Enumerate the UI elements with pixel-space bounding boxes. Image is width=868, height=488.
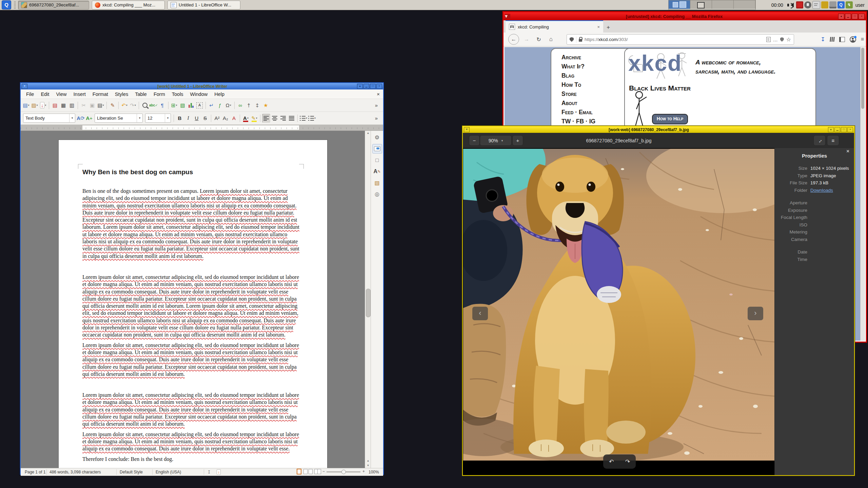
next-image-button[interactable]: › — [748, 307, 763, 320]
insert-footnote-button[interactable]: † — [245, 101, 253, 110]
insert-hyperlink-button[interactable]: ∞ — [236, 101, 244, 110]
reload-button[interactable]: ↻ — [535, 36, 543, 43]
minimize-button[interactable]: ▁ — [834, 127, 840, 132]
sidebar-properties-button[interactable] — [372, 144, 382, 154]
workspace-1[interactable] — [669, 0, 690, 9]
zoom-in-icon[interactable]: + — [362, 469, 365, 474]
menu-help[interactable]: Help — [211, 90, 228, 98]
toolbar-overflow-button[interactable]: » — [372, 114, 380, 123]
pocket-shield-icon[interactable] — [780, 37, 784, 42]
zoom-slider-knob[interactable] — [341, 470, 346, 474]
new-style-button[interactable]: A+ — [85, 114, 93, 123]
taskbar-window-writer[interactable]: Untitled 1 - LibreOffice W... — [167, 1, 240, 9]
numbered-list-button[interactable]: ▾ — [308, 114, 316, 123]
clipboard-icon[interactable] — [812, 1, 820, 9]
paragraph-style-combo[interactable]: Text Body▾ — [23, 114, 75, 123]
window-menu-icon[interactable]: ▾ — [505, 14, 510, 19]
close-button[interactable]: × — [859, 14, 865, 19]
sidebar-navigator-button[interactable]: ◎ — [373, 189, 382, 198]
vertical-scrollbar[interactable]: ▲ ▲ ▼ — [365, 131, 371, 468]
taskbar-window-firefox[interactable]: xkcd: Compiling ___ Moz... — [92, 1, 165, 9]
network-vm-icon[interactable] — [796, 1, 803, 8]
book-view-button[interactable] — [314, 469, 322, 475]
clear-formatting-button[interactable]: A — [230, 114, 238, 123]
menu-table[interactable]: Table — [132, 90, 150, 98]
zoom-level[interactable]: 100% — [369, 470, 379, 474]
document-page[interactable]: Why Ben is the best dog on campus Ben is… — [59, 140, 327, 468]
account-icon[interactable] — [850, 36, 856, 43]
insert-text-box-button[interactable]: A — [196, 101, 204, 110]
toolbar-overflow-button[interactable]: » — [372, 101, 380, 110]
insert-chart-button[interactable] — [187, 101, 195, 110]
bookmark-star-icon[interactable]: ☆ — [786, 36, 791, 43]
tracking-protection-shield-icon[interactable] — [570, 37, 574, 42]
xkcd-link-social[interactable]: TW · FB · IG — [561, 117, 633, 126]
scroll-up-icon[interactable]: ▲ — [365, 131, 371, 136]
single-page-view-button[interactable] — [297, 469, 302, 475]
paragraph-style-status[interactable]: Default Style — [120, 470, 143, 474]
insert-endnote-button[interactable]: ‡ — [253, 101, 261, 110]
superscript-button[interactable]: A² — [213, 114, 221, 123]
downloads-icon[interactable]: ↧ — [821, 36, 825, 43]
how-to-help-button[interactable]: How to Help — [652, 114, 688, 124]
xkcd-link-store[interactable]: Store — [561, 89, 633, 99]
align-center-button[interactable] — [271, 114, 279, 123]
justify-button[interactable] — [288, 114, 296, 123]
strikethrough-button[interactable]: S — [201, 114, 209, 123]
rotate-right-button[interactable]: ↷ — [625, 458, 630, 465]
taskbar-window-image-viewer[interactable]: 6968727080_29ecef8af... — [18, 1, 89, 9]
viewer-titlebar[interactable]: ▾ [work-web] 6968727080_29ecef8af7_b.jpg… — [463, 126, 854, 133]
xkcd-logo[interactable]: xkcd — [628, 50, 682, 76]
zoom-out-icon[interactable]: − — [322, 469, 325, 474]
new-tab-button[interactable]: + — [603, 22, 613, 33]
sidebar-page-button[interactable]: □ — [373, 156, 382, 165]
find-replace-button[interactable] — [141, 101, 149, 110]
align-left-button[interactable] — [262, 114, 270, 123]
xkcd-link-whatif[interactable]: What If? — [561, 62, 633, 71]
maximize-button[interactable]: □ — [841, 127, 847, 132]
menu-styles[interactable]: Styles — [112, 90, 132, 98]
undo-button[interactable]: ↶▾ — [120, 101, 129, 110]
xkcd-link-feed-email[interactable]: Feed · Email — [561, 108, 633, 117]
rotate-left-button[interactable]: ↶ — [609, 458, 614, 465]
sidebar-settings-button[interactable]: ⚙ — [373, 133, 382, 142]
battery-icon[interactable]: ↯ — [846, 1, 853, 8]
xkcd-link-blag[interactable]: Blag — [561, 71, 633, 80]
align-right-button[interactable] — [279, 114, 287, 123]
clone-formatting-button[interactable]: ✎ — [108, 101, 117, 110]
devices-icon[interactable] — [821, 1, 828, 8]
volume-icon[interactable] — [787, 2, 794, 8]
lock-icon[interactable] — [579, 39, 582, 42]
window-menu-icon[interactable]: ▾ — [464, 127, 470, 132]
subscript-button[interactable]: A₂ — [221, 114, 230, 123]
shade-button[interactable]: ▴ — [828, 127, 834, 132]
previous-image-button[interactable]: ‹ — [472, 307, 488, 320]
scrollbar-thumb[interactable] — [366, 289, 371, 317]
viewer-menu-button[interactable]: ≡ — [827, 135, 839, 146]
sidebar-styles-button[interactable]: A✎ — [373, 167, 382, 176]
horizontal-ruler[interactable] — [21, 125, 383, 131]
close-document-icon[interactable]: × — [377, 91, 380, 97]
downloads-link[interactable]: Downloads — [810, 188, 833, 193]
app-menu-button[interactable]: Q — [2, 0, 11, 9]
insert-special-character-button[interactable]: Ω▾ — [224, 101, 233, 110]
page-scrollbar[interactable] — [860, 47, 865, 341]
close-button[interactable]: × — [847, 127, 853, 132]
save-button[interactable]: ↓▾ — [39, 101, 47, 110]
url-bar[interactable]: https://xkcd.com/303/ … ☆ — [567, 34, 794, 45]
window-menu-icon[interactable]: ▾ — [22, 84, 27, 89]
tab-xkcd[interactable]: xkcd: Compiling × — [506, 20, 603, 33]
italic-button[interactable]: I — [184, 114, 192, 123]
document-modified-icon[interactable]: ↓ — [217, 469, 221, 475]
open-button[interactable]: ▨▾ — [31, 101, 39, 110]
menu-tools[interactable]: Tools — [169, 90, 187, 98]
insert-page-break-button[interactable]: ↵ — [208, 101, 216, 110]
shade-button[interactable]: ▴ — [838, 14, 844, 19]
xkcd-link-howto[interactable]: How To — [561, 80, 633, 89]
workspace-4[interactable] — [734, 0, 755, 9]
menu-file[interactable]: File — [23, 90, 37, 98]
xkcd-link-about[interactable]: About — [561, 99, 633, 108]
document-canvas[interactable]: Why Ben is the best dog on campus Ben is… — [21, 131, 383, 468]
bold-button[interactable]: B — [176, 114, 184, 123]
menu-insert[interactable]: Insert — [70, 90, 89, 98]
